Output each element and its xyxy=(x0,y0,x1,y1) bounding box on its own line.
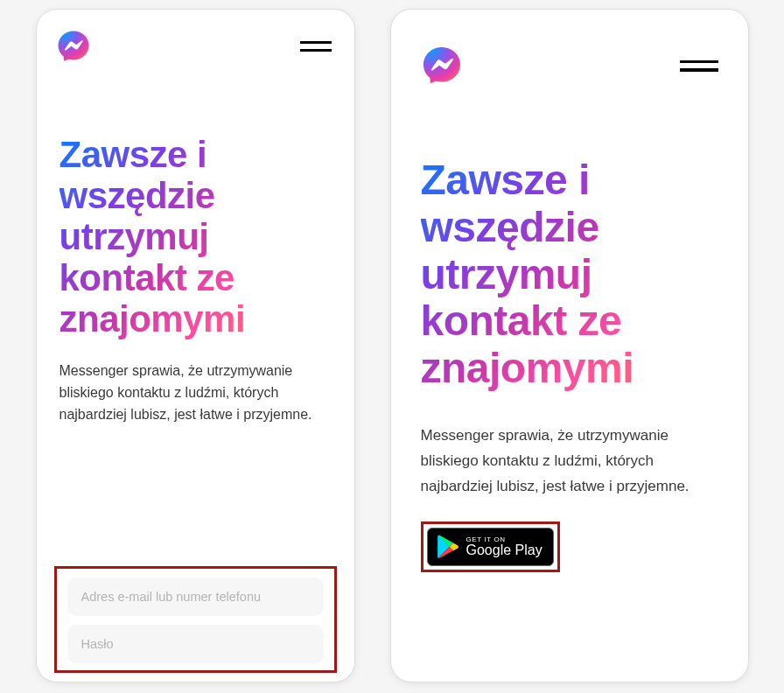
google-play-text: GET IT ON Google Play xyxy=(466,536,542,558)
google-play-icon xyxy=(437,535,459,559)
messenger-logo[interactable] xyxy=(421,45,463,87)
google-play-highlight: GET IT ON Google Play xyxy=(421,522,560,572)
menu-icon[interactable] xyxy=(680,60,718,72)
login-form-highlight xyxy=(54,566,337,673)
screenshot-right: Zawsze i wszędzie utrzymuj kontakt ze zn… xyxy=(390,9,749,682)
main-content: Zawsze i wszędzie utrzymuj kontakt ze zn… xyxy=(37,73,354,682)
headline: Zawsze i wszędzie utrzymuj kontakt ze zn… xyxy=(60,134,332,340)
header xyxy=(37,10,354,73)
menu-icon[interactable] xyxy=(300,41,332,52)
google-play-button[interactable]: GET IT ON Google Play xyxy=(427,528,554,566)
messenger-logo[interactable] xyxy=(56,29,91,64)
subtext: Messenger sprawia, że utrzymywanie blisk… xyxy=(60,360,332,425)
subtext: Messenger sprawia, że utrzymywanie blisk… xyxy=(421,424,718,500)
header xyxy=(391,10,748,95)
password-field[interactable] xyxy=(67,625,324,663)
gplay-bottom-label: Google Play xyxy=(466,543,542,558)
email-field[interactable] xyxy=(67,578,324,616)
main-content: Zawsze i wszędzie utrzymuj kontakt ze zn… xyxy=(391,95,748,682)
headline: Zawsze i wszędzie utrzymuj kontakt ze zn… xyxy=(421,157,718,392)
screenshot-left: Zawsze i wszędzie utrzymuj kontakt ze zn… xyxy=(36,9,355,682)
